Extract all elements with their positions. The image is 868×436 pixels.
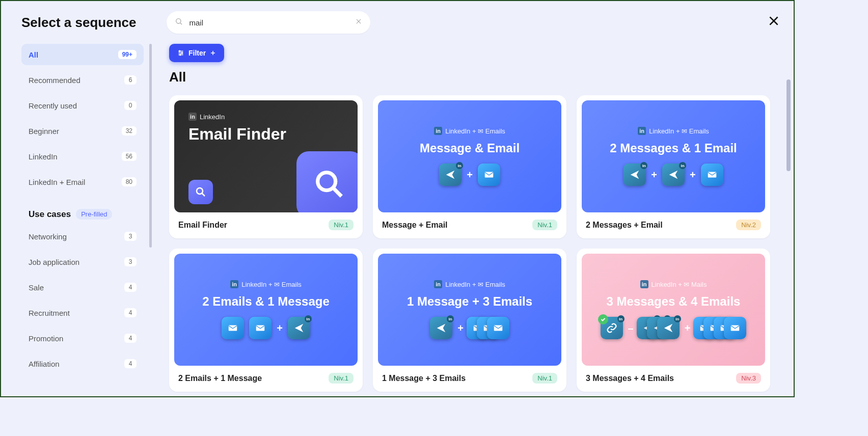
clear-search-icon[interactable] [355,18,362,27]
linkedin-icon: in [434,280,442,288]
sliders-icon [177,49,184,57]
svg-point-0 [176,19,181,23]
sequence-card[interactable]: inLinkedIn Email Finder Email FinderNiv.… [169,95,363,238]
linkedin-icon: in [640,280,648,288]
filter-button[interactable]: Filter [169,44,224,62]
category-label: Recommended [29,76,80,85]
svg-point-16 [318,173,336,190]
category-label: LinkedIn + Email [29,178,85,186]
usecase-count: 3 [124,232,137,241]
prefilled-badge: Pre-filled [76,209,112,220]
category-count: 99+ [118,50,137,59]
category-label: Beginner [29,127,59,135]
search-container [167,11,370,34]
sidebar-category-all[interactable]: All99+ [21,44,144,65]
sidebar-category-recently-used[interactable]: Recently used0 [21,95,144,116]
usecase-label: Recruitment [29,309,70,317]
card-preview: inLinkedIn + ✉ Emails Message & Email in… [378,100,561,212]
card-preview: inLinkedIn Email Finder [174,100,358,212]
level-badge: Niv.3 [736,373,761,384]
usecase-count: 4 [124,283,137,292]
close-button[interactable] [767,14,780,30]
category-label: LinkedIn [29,152,58,161]
sidebar-usecase-promotion[interactable]: Promotion4 [21,328,144,349]
card-title: 2 Emails + 1 Message [178,374,262,383]
level-badge: Niv.1 [532,373,557,384]
main-content: Filter All inLinkedIn Email Finder Email… [154,39,794,393]
level-badge: Niv.1 [329,373,354,384]
level-badge: Niv.1 [329,220,354,230]
svg-line-17 [333,188,341,196]
sequence-card[interactable]: inLinkedIn + ✉ Mails 3 Messages & 4 Emai… [577,249,770,392]
sequence-card[interactable]: inLinkedIn + ✉ Emails 1 Message + 3 Emai… [373,249,566,392]
linkedin-icon: in [188,113,197,121]
svg-point-10 [181,52,182,53]
svg-rect-20 [229,325,237,331]
card-title: Message + Email [382,221,448,230]
svg-rect-19 [708,172,716,178]
card-title: Email Finder [178,221,227,230]
svg-point-14 [197,188,203,194]
category-label: Recently used [29,101,77,110]
category-count: 56 [122,152,137,161]
category-label: All [29,50,38,59]
sequence-card[interactable]: inLinkedIn + ✉ Emails 2 Emails & 1 Messa… [169,249,363,392]
category-count: 80 [122,177,137,186]
usecase-count: 3 [124,257,137,266]
svg-rect-21 [256,325,265,331]
sidebar: All99+Recommended6Recently used0Beginner… [1,39,154,393]
sequence-card[interactable]: inLinkedIn + ✉ Emails 2 Messages & 1 Ema… [577,95,770,238]
search-icon [188,180,213,204]
card-title: 2 Messages + Email [586,221,663,230]
level-badge: Niv.2 [736,220,761,230]
sidebar-usecase-sale[interactable]: Sale4 [21,277,144,298]
category-count: 6 [124,75,137,85]
search-icon [296,151,358,212]
card-title: 3 Messages + 4 Emails [586,374,674,383]
usecase-label: Sale [29,283,44,292]
page-title: Select a sequence [21,15,136,31]
level-badge: Niv.1 [532,220,557,230]
sidebar-category-linkedin-email[interactable]: LinkedIn + Email80 [21,171,144,193]
sidebar-usecase-affiliation[interactable]: Affiliation4 [21,353,144,374]
card-preview: inLinkedIn + ✉ Emails 1 Message + 3 Emai… [378,254,561,366]
main-heading: All [169,69,778,85]
use-cases-heading: Use cases Pre-filled [21,203,144,226]
svg-rect-24 [494,325,503,331]
usecase-label: Promotion [29,334,63,343]
svg-point-11 [180,54,181,55]
sequence-card[interactable]: inLinkedIn + ✉ Emails Message & Email in… [373,95,566,238]
sidebar-usecase-job-application[interactable]: Job application3 [21,251,144,272]
card-title: 1 Message + 3 Emails [382,374,466,383]
card-preview: inLinkedIn + ✉ Emails 2 Messages & 1 Ema… [582,100,765,212]
plus-icon [210,50,216,56]
linkedin-icon: in [638,127,646,135]
category-count: 0 [124,101,137,110]
usecase-count: 4 [124,334,137,343]
search-icon [175,17,183,28]
svg-line-1 [180,23,182,24]
usecase-label: Networking [29,232,67,241]
usecase-label: Job application [29,258,79,266]
svg-rect-28 [731,325,740,331]
sidebar-usecase-networking[interactable]: Networking3 [21,226,144,247]
sidebar-category-recommended[interactable]: Recommended6 [21,69,144,91]
search-input[interactable] [167,11,370,34]
sidebar-usecase-recruitment[interactable]: Recruitment4 [21,302,144,323]
card-preview: inLinkedIn + ✉ Mails 3 Messages & 4 Emai… [582,254,765,366]
svg-rect-18 [485,172,494,178]
linkedin-icon: in [434,127,442,135]
svg-point-9 [179,50,180,51]
category-count: 32 [122,126,137,135]
sidebar-category-beginner[interactable]: Beginner32 [21,120,144,142]
linkedin-icon: in [230,280,238,288]
usecase-count: 4 [124,308,137,317]
card-preview: inLinkedIn + ✉ Emails 2 Emails & 1 Messa… [174,254,358,366]
usecase-label: Affiliation [29,360,60,368]
sidebar-category-linkedin[interactable]: LinkedIn56 [21,146,144,167]
usecase-count: 4 [124,359,137,368]
svg-line-15 [202,194,205,197]
